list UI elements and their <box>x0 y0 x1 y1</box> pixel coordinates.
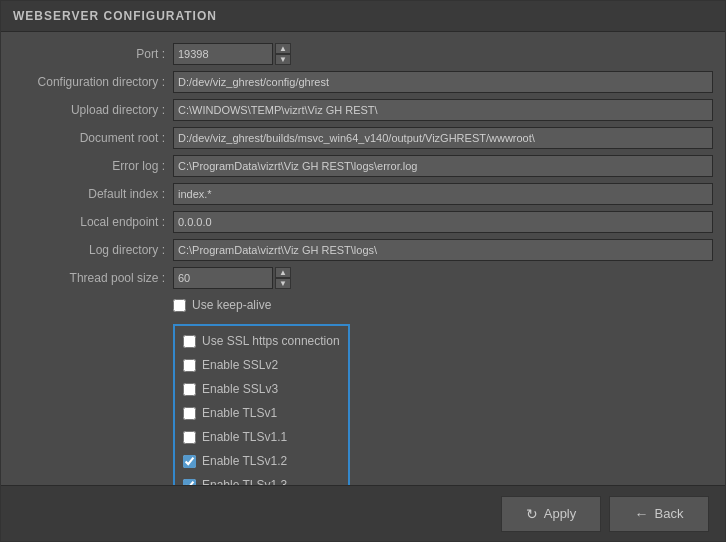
thread-pool-input[interactable] <box>173 267 273 289</box>
tlsv1-label: Enable TLSv1 <box>202 406 277 420</box>
thread-pool-row: Thread pool size : ▲ ▼ <box>13 266 713 290</box>
tlsv13-label: Enable TLSv1.3 <box>202 478 287 485</box>
tlsv11-row: Enable TLSv1.1 <box>183 426 340 448</box>
thread-pool-up-button[interactable]: ▲ <box>275 267 291 278</box>
back-label: Back <box>655 506 684 521</box>
sslv3-checkbox[interactable] <box>183 383 196 396</box>
port-spinner-buttons: ▲ ▼ <box>275 43 291 65</box>
tlsv11-label: Enable TLSv1.1 <box>202 430 287 444</box>
apply-icon: ↻ <box>526 506 538 522</box>
error-log-row: Error log : <box>13 154 713 178</box>
content-area: Port : ▲ ▼ Configuration directory : Upl… <box>1 32 725 485</box>
keepalive-checkbox[interactable] <box>173 299 186 312</box>
title-bar: WEBSERVER CONFIGURATION <box>1 1 725 32</box>
back-icon: ← <box>635 506 649 522</box>
local-endpoint-label: Local endpoint : <box>13 215 173 229</box>
apply-label: Apply <box>544 506 577 521</box>
port-spinner-group: ▲ ▼ <box>173 43 291 65</box>
default-index-row: Default index : <box>13 182 713 206</box>
document-root-input[interactable] <box>173 127 713 149</box>
error-log-input[interactable] <box>173 155 713 177</box>
config-dir-row: Configuration directory : <box>13 70 713 94</box>
local-endpoint-row: Local endpoint : <box>13 210 713 234</box>
port-input[interactable] <box>173 43 273 65</box>
keepalive-row: Use keep-alive <box>173 294 713 316</box>
error-log-label: Error log : <box>13 159 173 173</box>
window-title: WEBSERVER CONFIGURATION <box>13 9 217 23</box>
log-dir-row: Log directory : <box>13 238 713 262</box>
main-container: WEBSERVER CONFIGURATION Port : ▲ ▼ Confi… <box>0 0 726 542</box>
document-root-row: Document root : <box>13 126 713 150</box>
use-ssl-label: Use SSL https connection <box>202 334 340 348</box>
config-dir-input[interactable] <box>173 71 713 93</box>
tlsv12-label: Enable TLSv1.2 <box>202 454 287 468</box>
upload-dir-row: Upload directory : <box>13 98 713 122</box>
sslv3-label: Enable SSLv3 <box>202 382 278 396</box>
local-endpoint-input[interactable] <box>173 211 713 233</box>
port-up-button[interactable]: ▲ <box>275 43 291 54</box>
port-label: Port : <box>13 47 173 61</box>
sslv2-checkbox[interactable] <box>183 359 196 372</box>
sslv2-row: Enable SSLv2 <box>183 354 340 376</box>
apply-button[interactable]: ↻ Apply <box>501 496 601 532</box>
tlsv12-row: Enable TLSv1.2 <box>183 450 340 472</box>
back-button[interactable]: ← Back <box>609 496 709 532</box>
default-index-input[interactable] <box>173 183 713 205</box>
thread-pool-label: Thread pool size : <box>13 271 173 285</box>
tlsv1-checkbox[interactable] <box>183 407 196 420</box>
tlsv1-row: Enable TLSv1 <box>183 402 340 424</box>
config-dir-label: Configuration directory : <box>13 75 173 89</box>
tlsv13-row: Enable TLSv1.3 <box>183 474 340 485</box>
port-row: Port : ▲ ▼ <box>13 42 713 66</box>
log-dir-input[interactable] <box>173 239 713 261</box>
use-ssl-row: Use SSL https connection <box>183 330 340 352</box>
ssl-section: Use SSL https connection Enable SSLv2 En… <box>173 324 350 485</box>
use-ssl-checkbox[interactable] <box>183 335 196 348</box>
default-index-label: Default index : <box>13 187 173 201</box>
footer: ↻ Apply ← Back <box>1 485 725 541</box>
upload-dir-input[interactable] <box>173 99 713 121</box>
thread-pool-spinner-buttons: ▲ ▼ <box>275 267 291 289</box>
tlsv11-checkbox[interactable] <box>183 431 196 444</box>
keepalive-label: Use keep-alive <box>192 298 271 312</box>
log-dir-label: Log directory : <box>13 243 173 257</box>
sslv2-label: Enable SSLv2 <box>202 358 278 372</box>
port-down-button[interactable]: ▼ <box>275 54 291 65</box>
sslv3-row: Enable SSLv3 <box>183 378 340 400</box>
thread-pool-down-button[interactable]: ▼ <box>275 278 291 289</box>
tlsv12-checkbox[interactable] <box>183 455 196 468</box>
upload-dir-label: Upload directory : <box>13 103 173 117</box>
document-root-label: Document root : <box>13 131 173 145</box>
thread-pool-spinner-group: ▲ ▼ <box>173 267 291 289</box>
